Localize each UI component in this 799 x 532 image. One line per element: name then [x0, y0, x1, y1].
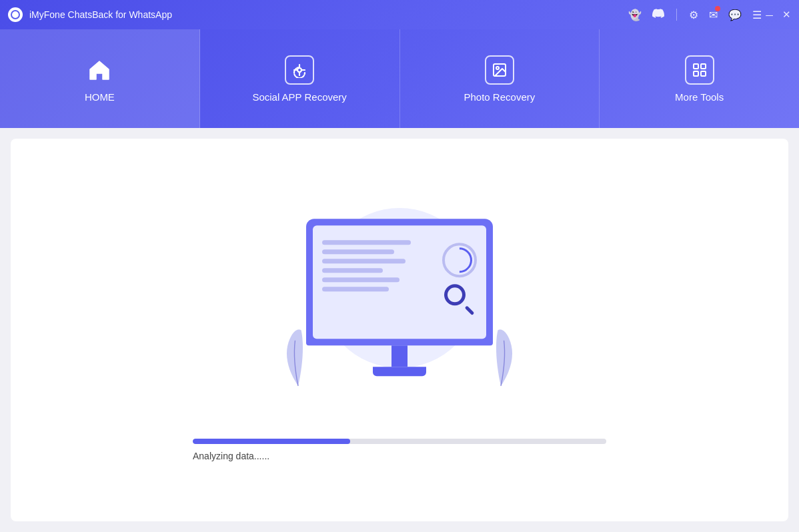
app-title: iMyFone ChatsBack for WhatsApp — [29, 9, 628, 20]
progress-label: Analyzing data...... — [193, 451, 269, 461]
nav-bar: HOME Social APP Recovery — [0, 29, 799, 128]
title-bar-icons: 👻 ⚙ ✉ 💬 ☰ — [628, 7, 762, 23]
more-icon — [685, 55, 714, 85]
svg-rect-5 — [694, 71, 698, 76]
nav-social[interactable]: Social APP Recovery — [200, 29, 400, 128]
close-button[interactable]: ✕ — [782, 9, 791, 21]
mail-badge — [715, 6, 720, 11]
progress-fill — [193, 439, 350, 444]
svg-point-0 — [297, 68, 301, 72]
home-icon — [85, 55, 114, 85]
illustration — [259, 199, 540, 412]
discord-icon[interactable] — [652, 7, 664, 23]
menu-icon[interactable]: ☰ — [752, 9, 762, 21]
settings-icon[interactable]: ⚙ — [689, 9, 698, 21]
app-logo — [8, 7, 23, 22]
progress-track — [193, 439, 606, 444]
window-controls: ─ ✕ — [766, 9, 791, 21]
divider — [676, 9, 677, 21]
nav-home[interactable]: HOME — [0, 29, 200, 128]
nav-photo[interactable]: Photo Recovery — [400, 29, 600, 128]
mail-icon[interactable]: ✉ — [709, 9, 718, 21]
monitor — [306, 219, 493, 376]
progress-section: Analyzing data...... — [193, 439, 606, 461]
svg-rect-3 — [694, 64, 698, 69]
social-icon — [285, 55, 314, 85]
minimize-button[interactable]: ─ — [766, 9, 773, 21]
svg-rect-6 — [701, 71, 706, 76]
ghost-icon[interactable]: 👻 — [628, 9, 642, 21]
svg-rect-4 — [701, 64, 706, 69]
nav-more[interactable]: More Tools — [600, 29, 799, 128]
title-bar: iMyFone ChatsBack for WhatsApp 👻 ⚙ ✉ 💬 ☰… — [0, 0, 799, 29]
home-label: HOME — [85, 91, 115, 103]
chat-icon[interactable]: 💬 — [728, 9, 742, 21]
main-content: Analyzing data...... — [11, 139, 788, 521]
more-label: More Tools — [675, 91, 724, 103]
photo-icon — [485, 55, 514, 85]
svg-point-2 — [496, 67, 499, 69]
social-label: Social APP Recovery — [252, 91, 346, 103]
photo-label: Photo Recovery — [464, 91, 536, 103]
